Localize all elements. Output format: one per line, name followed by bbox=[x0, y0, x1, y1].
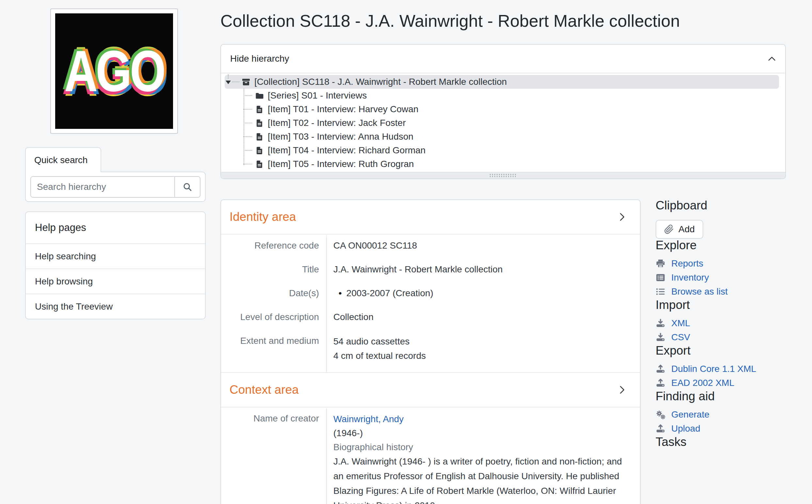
file-lines-icon bbox=[255, 146, 264, 155]
tree-node-item-t01[interactable]: [Item] T01 - Interview: Harvey Cowan bbox=[225, 102, 779, 116]
download-icon bbox=[656, 332, 666, 342]
tree-node-collection[interactable]: [Collection] SC118 - J.A. Wainwright - R… bbox=[225, 75, 779, 89]
description-panel: Identity area Reference code CA ON00012 … bbox=[221, 199, 641, 504]
export-dublin-core-row: Dublin Core 1.1 XML bbox=[656, 362, 799, 376]
identity-area-header: Identity area bbox=[221, 200, 640, 235]
finding-aid-generate-link[interactable]: Generate bbox=[671, 409, 710, 420]
import-heading: Import bbox=[656, 298, 799, 312]
chevron-up-icon bbox=[767, 54, 777, 64]
finding-aid-generate-row: Generate bbox=[656, 407, 799, 421]
field-row-creator: Name of creator Wainwright, Andy (1946-)… bbox=[221, 408, 640, 504]
paperclip-icon bbox=[664, 224, 674, 234]
export-links: Dublin Core 1.1 XML EAD 2002 XML bbox=[656, 362, 799, 390]
field-label: Date(s) bbox=[221, 283, 327, 307]
field-value: 2003-2007 (Creation) bbox=[327, 283, 640, 307]
import-xml-row: XML bbox=[656, 316, 799, 330]
export-ead-link[interactable]: EAD 2002 XML bbox=[671, 378, 734, 388]
field-label: Extent and medium bbox=[221, 330, 327, 372]
biographical-history-text: J.A. Wainwright (1946- ) is a writer of … bbox=[333, 454, 627, 504]
help-item-label: Help searching bbox=[35, 251, 96, 262]
extent-line-1: 54 audio cassettes bbox=[333, 334, 627, 349]
finding-aid-upload-link[interactable]: Upload bbox=[671, 423, 700, 434]
file-lines-icon bbox=[255, 132, 264, 141]
field-row-title: Title J.A. Wainwright - Robert Markle co… bbox=[221, 259, 640, 283]
tasks-heading: Tasks bbox=[656, 435, 799, 449]
help-item-browsing[interactable]: Help browsing bbox=[26, 268, 205, 294]
field-label: Name of creator bbox=[221, 408, 327, 504]
biographical-history-label: Biographical history bbox=[333, 440, 627, 454]
export-ead-row: EAD 2002 XML bbox=[656, 376, 799, 390]
hide-hierarchy-toggle[interactable]: Hide hierarchy bbox=[230, 53, 289, 64]
import-xml-link[interactable]: XML bbox=[671, 318, 690, 328]
extent-line-2: 4 cm of textual records bbox=[333, 349, 627, 363]
tree-connector bbox=[232, 82, 239, 82]
import-links: XML CSV bbox=[656, 316, 799, 344]
export-dublin-core-link[interactable]: Dublin Core 1.1 XML bbox=[671, 364, 756, 374]
help-item-label: Help browsing bbox=[35, 276, 93, 287]
field-row-dates: Date(s) 2003-2007 (Creation) bbox=[221, 283, 640, 307]
upload-icon bbox=[656, 424, 666, 434]
tree-node-item-t04[interactable]: [Item] T04 - Interview: Richard Gorman bbox=[225, 144, 779, 157]
file-lines-icon bbox=[255, 105, 264, 114]
explore-heading: Explore bbox=[656, 239, 799, 252]
clipboard-add-button[interactable]: Add bbox=[656, 220, 703, 239]
import-csv-link[interactable]: CSV bbox=[671, 332, 690, 343]
identity-area-expand-button[interactable] bbox=[617, 212, 627, 222]
chevron-right-icon bbox=[617, 385, 627, 395]
field-label: Title bbox=[221, 259, 327, 283]
tree-node-item-t05[interactable]: [Item] T05 - Interview: Ruth Grogran bbox=[225, 157, 779, 171]
quick-search-tab-label: Quick search bbox=[34, 155, 87, 165]
tree-node-label: [Item] T04 - Interview: Richard Gorman bbox=[268, 145, 425, 156]
field-value: Wainwright, Andy (1946-) Biographical hi… bbox=[327, 408, 640, 504]
finding-aid-heading: Finding aid bbox=[656, 390, 799, 403]
tree-node-item-t03[interactable]: [Item] T03 - Interview: Anna Hudson bbox=[225, 130, 779, 144]
creator-dates: (1946-) bbox=[333, 426, 627, 440]
tree-expand-caret[interactable] bbox=[226, 80, 231, 85]
finding-aid-upload-row: Upload bbox=[656, 421, 799, 435]
context-area-header: Context area bbox=[221, 372, 640, 407]
reports-row: Reports bbox=[656, 256, 799, 270]
context-area-title: Context area bbox=[230, 383, 299, 397]
tree-node-item-t02[interactable]: [Item] T02 - Interview: Jack Foster bbox=[225, 116, 779, 130]
collapse-hierarchy-button[interactable] bbox=[767, 54, 777, 64]
export-heading: Export bbox=[656, 344, 799, 357]
field-value: CA ON00012 SC118 bbox=[327, 235, 640, 259]
search-button[interactable] bbox=[174, 177, 200, 197]
import-csv-row: CSV bbox=[656, 330, 799, 344]
list-box-icon bbox=[656, 273, 666, 283]
browse-as-list-link[interactable]: Browse as list bbox=[671, 286, 728, 297]
help-pages-heading: Help pages bbox=[26, 212, 205, 243]
context-menu-sidebar: Clipboard Add Explore Reports bbox=[656, 199, 799, 449]
add-button-label: Add bbox=[679, 224, 695, 235]
gears-icon bbox=[656, 410, 666, 420]
ago-logo-text: AGO bbox=[64, 42, 164, 100]
tree-node-label: [Item] T01 - Interview: Harvey Cowan bbox=[268, 104, 419, 115]
tab-quick-search[interactable]: Quick search bbox=[25, 147, 101, 172]
search-input[interactable] bbox=[31, 177, 174, 197]
help-item-treeview[interactable]: Using the Treeview bbox=[26, 294, 205, 319]
chevron-right-icon bbox=[617, 212, 627, 222]
explore-links: Reports Inventory bbox=[656, 256, 799, 298]
page-title: Collection SC118 - J.A. Wainwright - Rob… bbox=[221, 12, 795, 30]
context-area-expand-button[interactable] bbox=[617, 385, 627, 395]
field-value: Collection bbox=[327, 307, 640, 330]
identity-fields: Reference code CA ON00012 SC118 Title J.… bbox=[221, 235, 640, 372]
download-icon bbox=[656, 318, 666, 328]
help-item-searching[interactable]: Help searching bbox=[26, 243, 205, 268]
treeview: [Collection] SC118 - J.A. Wainwright - R… bbox=[221, 73, 785, 172]
date-value: 2003-2007 (Creation) bbox=[333, 288, 433, 298]
tree-node-label: [Item] T03 - Interview: Anna Hudson bbox=[268, 131, 413, 142]
field-value: 54 audio cassettes 4 cm of textual recor… bbox=[327, 330, 640, 372]
atom-archival-description-page: AGO Quick search Help pages Help searchi… bbox=[0, 0, 812, 504]
field-row-reference-code: Reference code CA ON00012 SC118 bbox=[221, 235, 640, 259]
identity-area-title: Identity area bbox=[230, 210, 296, 224]
reports-link[interactable]: Reports bbox=[671, 258, 703, 269]
creator-link[interactable]: Wainwright, Andy bbox=[333, 412, 404, 426]
tree-node-series[interactable]: [Series] S01 - Interviews bbox=[225, 89, 779, 102]
tree-resize-handle[interactable] bbox=[221, 172, 785, 178]
tree-node-label: [Collection] SC118 - J.A. Wainwright - R… bbox=[254, 77, 507, 87]
inventory-link[interactable]: Inventory bbox=[671, 272, 709, 283]
archive-box-icon bbox=[242, 78, 251, 86]
field-label: Reference code bbox=[221, 235, 327, 259]
tree-node-label: [Item] T02 - Interview: Jack Foster bbox=[268, 118, 406, 128]
